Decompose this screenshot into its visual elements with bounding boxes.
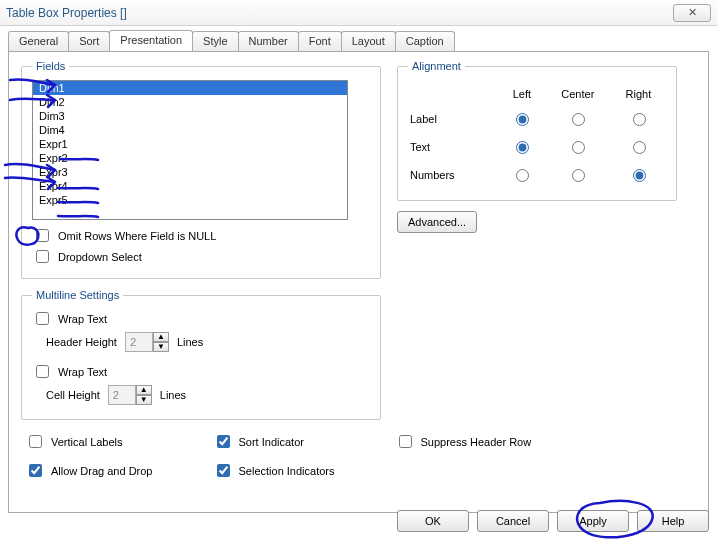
close-icon: ✕ bbox=[688, 6, 697, 19]
header-height-up[interactable]: ▲ bbox=[153, 332, 169, 342]
selection-indicators-checkbox[interactable] bbox=[217, 464, 230, 477]
list-item[interactable]: Dim4 bbox=[33, 123, 347, 137]
sort-indicator-label: Sort Indicator bbox=[239, 436, 304, 448]
list-item[interactable]: Expr2 bbox=[33, 151, 347, 165]
radio-label-center[interactable] bbox=[572, 113, 585, 126]
align-row-text: Text bbox=[410, 134, 499, 160]
radio-text-right[interactable] bbox=[633, 141, 646, 154]
list-item[interactable]: Dim3 bbox=[33, 109, 347, 123]
apply-button[interactable]: Apply bbox=[557, 510, 629, 532]
sort-indicator-checkbox[interactable] bbox=[217, 435, 230, 448]
radio-label-left[interactable] bbox=[516, 113, 529, 126]
cell-height-input[interactable] bbox=[108, 385, 136, 405]
tab-presentation[interactable]: Presentation bbox=[109, 30, 193, 51]
align-row-numbers: Numbers bbox=[410, 162, 499, 188]
alignment-legend: Alignment bbox=[408, 60, 465, 72]
titlebar: Table Box Properties [] ✕ bbox=[0, 0, 717, 26]
cancel-button[interactable]: Cancel bbox=[477, 510, 549, 532]
allow-drag-drop-checkbox[interactable] bbox=[29, 464, 42, 477]
dropdown-select-checkbox[interactable] bbox=[36, 250, 49, 263]
tab-style[interactable]: Style bbox=[192, 31, 238, 52]
presentation-panel: Fields Dim1 Dim2 Dim3 Dim4 Expr1 Expr2 E… bbox=[8, 51, 709, 513]
allow-drag-drop-label: Allow Drag and Drop bbox=[51, 465, 153, 477]
advanced-button[interactable]: Advanced... bbox=[397, 211, 477, 233]
cell-height-up[interactable]: ▲ bbox=[136, 385, 152, 395]
wrap-text-header-checkbox[interactable] bbox=[36, 312, 49, 325]
window-title: Table Box Properties [] bbox=[6, 6, 127, 20]
vertical-labels-checkbox[interactable] bbox=[29, 435, 42, 448]
tab-caption[interactable]: Caption bbox=[395, 31, 455, 52]
radio-label-right[interactable] bbox=[633, 113, 646, 126]
window-close-button[interactable]: ✕ bbox=[673, 4, 711, 22]
wrap-text-header-label: Wrap Text bbox=[58, 313, 107, 325]
align-col-center: Center bbox=[545, 84, 611, 104]
header-height-down[interactable]: ▼ bbox=[153, 342, 169, 352]
help-button[interactable]: Help bbox=[637, 510, 709, 532]
tab-font[interactable]: Font bbox=[298, 31, 342, 52]
dialog-button-bar: OK Cancel Apply Help bbox=[8, 506, 709, 536]
tab-general[interactable]: General bbox=[8, 31, 69, 52]
radio-numbers-center[interactable] bbox=[572, 169, 585, 182]
selection-indicators-label: Selection Indicators bbox=[239, 465, 335, 477]
list-item[interactable]: Dim1 bbox=[33, 81, 347, 95]
suppress-header-row-checkbox[interactable] bbox=[399, 435, 412, 448]
header-height-input[interactable] bbox=[125, 332, 153, 352]
header-lines-label: Lines bbox=[177, 336, 203, 348]
align-row-label: Label bbox=[410, 106, 499, 132]
cell-height-down[interactable]: ▼ bbox=[136, 395, 152, 405]
suppress-header-row-label: Suppress Header Row bbox=[421, 436, 532, 448]
list-item[interactable]: Dim2 bbox=[33, 95, 347, 109]
align-col-left: Left bbox=[501, 84, 543, 104]
dropdown-select-label: Dropdown Select bbox=[58, 251, 142, 263]
align-col-right: Right bbox=[613, 84, 664, 104]
multiline-group: Multiline Settings Wrap Text Header Heig… bbox=[21, 289, 381, 420]
cell-height-label: Cell Height bbox=[46, 389, 100, 401]
vertical-labels-label: Vertical Labels bbox=[51, 436, 123, 448]
tab-number[interactable]: Number bbox=[238, 31, 299, 52]
radio-numbers-left[interactable] bbox=[516, 169, 529, 182]
list-item[interactable]: Expr1 bbox=[33, 137, 347, 151]
fields-group: Fields Dim1 Dim2 Dim3 Dim4 Expr1 Expr2 E… bbox=[21, 60, 381, 279]
tab-layout[interactable]: Layout bbox=[341, 31, 396, 52]
tab-sort[interactable]: Sort bbox=[68, 31, 110, 52]
omit-null-label: Omit Rows Where Field is NULL bbox=[58, 230, 216, 242]
multiline-legend: Multiline Settings bbox=[32, 289, 123, 301]
list-item[interactable]: Expr3 bbox=[33, 165, 347, 179]
wrap-text-cell-checkbox[interactable] bbox=[36, 365, 49, 378]
radio-numbers-right[interactable] bbox=[633, 169, 646, 182]
list-item[interactable]: Expr5 bbox=[33, 193, 347, 207]
radio-text-left[interactable] bbox=[516, 141, 529, 154]
wrap-text-cell-label: Wrap Text bbox=[58, 366, 107, 378]
alignment-group: Alignment Left Center Right Label bbox=[397, 60, 677, 201]
tab-strip: General Sort Presentation Style Number F… bbox=[0, 26, 717, 51]
fields-legend: Fields bbox=[32, 60, 69, 72]
ok-button[interactable]: OK bbox=[397, 510, 469, 532]
list-item[interactable]: Expr4 bbox=[33, 179, 347, 193]
cell-lines-label: Lines bbox=[160, 389, 186, 401]
header-height-label: Header Height bbox=[46, 336, 117, 348]
fields-listbox[interactable]: Dim1 Dim2 Dim3 Dim4 Expr1 Expr2 Expr3 Ex… bbox=[32, 80, 348, 220]
omit-null-checkbox[interactable] bbox=[36, 229, 49, 242]
radio-text-center[interactable] bbox=[572, 141, 585, 154]
